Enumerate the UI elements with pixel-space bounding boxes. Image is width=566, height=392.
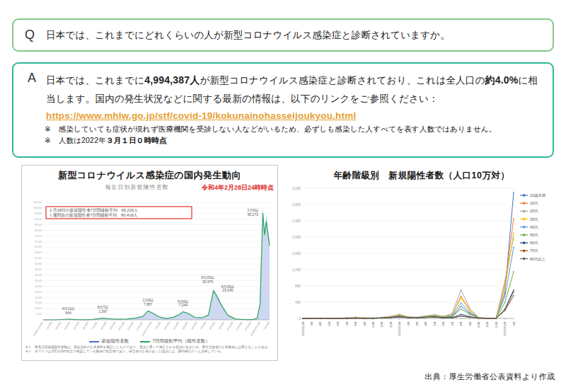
svg-text:45,000: 45,000 (34, 268, 41, 271)
note-asof-pre: ※ 人数は2022年 (45, 136, 106, 144)
svg-text:100,000: 100,000 (33, 207, 42, 209)
legend-swatch (140, 341, 150, 342)
svg-text:8月16日: 8月16日 (100, 321, 107, 330)
domestic-trend-legend: 新規陽性者数7日間移動平均（陽性者数） (22, 338, 277, 345)
answer-text: 日本では、これまでに4,994,387人が新型コロナウイルス感染症と診断されてお… (46, 71, 543, 109)
svg-text:60代: 60代 (530, 241, 538, 245)
svg-text:85,000: 85,000 (34, 224, 41, 226)
svg-text:5,000: 5,000 (35, 313, 41, 316)
note-asof-bold: ３月１日０時時点 (106, 136, 167, 144)
population-pct-value: 約4.0% (485, 74, 519, 86)
svg-text:8月: 8月 (354, 321, 357, 326)
svg-text:10,000: 10,000 (34, 307, 41, 310)
svg-text:3月: 3月 (310, 321, 313, 326)
svg-text:105,000: 105,000 (33, 201, 42, 204)
svg-text:7月16日: 7月16日 (200, 321, 207, 330)
svg-text:12月16日: 12月16日 (244, 321, 252, 331)
svg-text:9月: 9月 (468, 321, 472, 326)
svg-text:10月: 10月 (371, 321, 375, 328)
svg-text:30,000: 30,000 (34, 285, 41, 288)
svg-text:50,000: 50,000 (34, 263, 41, 265)
svg-text:5月: 5月 (328, 321, 331, 326)
svg-text:3月: 3月 (415, 321, 419, 326)
svg-text:20代: 20代 (530, 209, 538, 213)
answer-text-pre: 日本では、これまでに (46, 75, 144, 86)
svg-text:2021年1月16日: 2021年1月16日 (141, 321, 152, 337)
svg-text:6月: 6月 (336, 321, 340, 326)
svg-text:60,000: 60,000 (34, 251, 41, 254)
svg-text:6月16日: 6月16日 (190, 321, 197, 330)
svg-text:8月16日: 8月16日 (209, 321, 216, 330)
domestic-trend-footnote-1: ※１ 報告日別新規陽性者数は、各自治体の公表資料を集計したものであり、過去に遡っ… (25, 345, 274, 349)
a-label: A (28, 71, 36, 86)
svg-text:95,000: 95,000 (34, 212, 41, 215)
svg-text:7月: 7月 (451, 321, 454, 326)
svg-text:0: 0 (299, 317, 301, 321)
svg-text:2022年1月16日: 2022年1月16日 (250, 321, 261, 337)
svg-text:40代: 40代 (530, 225, 538, 229)
svg-text:10月: 10月 (477, 321, 480, 328)
svg-text:5月16日: 5月16日 (73, 321, 80, 330)
domestic-trend-subrow: 報告日別新規陽性者数 令和4年2月28日24時時点 (22, 183, 277, 192)
svg-text:30代: 30代 (530, 217, 538, 221)
legend-swatch (89, 341, 99, 342)
page-number: 2 (547, 371, 552, 381)
answer-box: A 日本では、これまでに4,994,387人が新型コロナウイルス感染症と診断され… (12, 62, 554, 158)
svg-text:11月16日: 11月16日 (235, 321, 243, 331)
svg-text:8月: 8月 (459, 321, 463, 326)
answer-text-mid: が新型コロナウイルス感染症と診断されており、これは全人口の (200, 75, 485, 86)
legend-item: 7日間移動平均（陽性者数） (140, 338, 210, 345)
svg-text:12月: 12月 (495, 321, 498, 328)
note-asof: ※ 人数は2022年３月１日０時時点 (45, 134, 543, 146)
svg-text:95,273: 95,273 (247, 212, 258, 217)
svg-text:9月: 9月 (363, 321, 366, 326)
svg-text:70代: 70代 (530, 248, 538, 253)
svg-text:4月: 4月 (424, 321, 427, 326)
total-cases-value: 4,994,387人 (144, 74, 200, 86)
svg-text:7,244: 7,244 (178, 303, 187, 307)
svg-text:2022年1月: 2022年1月 (503, 321, 507, 336)
svg-text:11月16日: 11月16日 (126, 321, 134, 331)
domestic-trend-title: 新型コロナウイルス感染症の国内発生動向 (22, 169, 277, 182)
svg-text:2020年2月: 2020年2月 (301, 321, 305, 336)
svg-text:3,200: 3,200 (292, 187, 301, 190)
svg-text:1,597: 1,597 (98, 309, 108, 313)
svg-text:5月16日: 5月16日 (181, 321, 188, 330)
svg-text:25,000: 25,000 (34, 291, 41, 294)
svg-text:400: 400 (295, 301, 301, 304)
domestic-trend-chart: 新型コロナウイルス感染症の国内発生動向 報告日別新規陽性者数 令和4年2月28日… (21, 165, 278, 361)
svg-text:10月16日: 10月16日 (226, 321, 233, 331)
question-box: Q 日本では、これまでにどれくらいの人が新型コロナウイルス感染症と診断されていま… (12, 18, 554, 52)
svg-text:1,200: 1,200 (292, 268, 301, 272)
svg-text:3月16日: 3月16日 (163, 321, 171, 330)
domestic-trend-subtitle: 報告日別新規陽性者数 (105, 183, 169, 191)
note-asymptomatic: ※ 感染していても症状が現れず医療機関を受診しない人などがいるため、必ずしも感染… (45, 123, 543, 134)
svg-text:9月16日: 9月16日 (109, 321, 116, 330)
q-label: Q (25, 28, 35, 42)
source-note: 出典：厚生労働省公表資料より作成 (424, 371, 555, 382)
svg-text:20,000: 20,000 (34, 296, 41, 299)
svg-text:50代: 50代 (530, 233, 538, 237)
age-group-title: 年齢階級別 新規陽性者数（人口10万対） (282, 170, 562, 182)
svg-text:15,000: 15,000 (34, 301, 41, 304)
svg-text:644: 644 (65, 311, 71, 315)
legend-item: 新規陽性者数 (89, 338, 129, 345)
svg-text:800: 800 (295, 284, 301, 288)
svg-text:4月16日: 4月16日 (172, 321, 179, 330)
svg-text:10歳未満: 10歳未満 (530, 193, 546, 197)
svg-text:23,040: 23,040 (222, 288, 233, 292)
mhlw-link[interactable]: https://www.mhlw.go.jp/stf/covid-19/koku… (46, 110, 356, 121)
svg-text:2021年1月: 2021年1月 (398, 321, 401, 336)
svg-text:10代: 10代 (530, 201, 538, 205)
question-text: 日本では、これまでにどれくらいの人が新型コロナウイルス感染症と診断されていますか… (46, 29, 450, 42)
answer-row: A 日本では、これまでに4,994,387人が新型コロナウイルス感染症と診断され… (23, 71, 543, 109)
svg-text:40,000: 40,000 (34, 274, 41, 277)
svg-text:25,975: 25,975 (202, 279, 213, 284)
svg-text:12月: 12月 (389, 321, 393, 328)
svg-text:7月16日: 7月16日 (91, 321, 98, 330)
svg-text:75,000: 75,000 (34, 235, 41, 238)
svg-text:2月16日: 2月16日 (154, 321, 161, 330)
svg-text:6月: 6月 (441, 321, 445, 326)
svg-text:5月: 5月 (433, 321, 437, 326)
svg-text:90,000: 90,000 (34, 218, 41, 221)
